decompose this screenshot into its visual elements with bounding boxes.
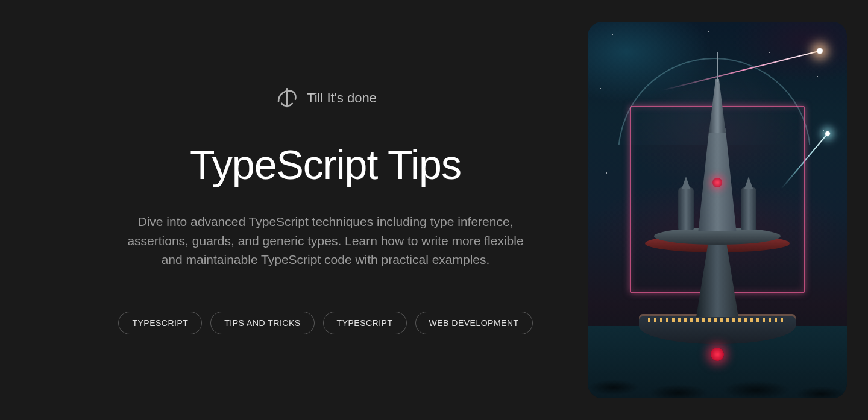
brand-name: Till It's done xyxy=(307,90,377,106)
brand-logo-icon xyxy=(274,86,300,111)
tag-list: TYPESCRIPT TIPS AND TRICKS TYPESCRIPT WE… xyxy=(118,312,532,334)
tag-tips-and-tricks[interactable]: TIPS AND TRICKS xyxy=(210,312,314,334)
hero-illustration xyxy=(588,22,847,398)
tag-typescript[interactable]: TYPESCRIPT xyxy=(118,312,202,334)
page-title: TypeScript Tips xyxy=(190,141,461,188)
page-description: Dive into advanced TypeScript techniques… xyxy=(127,212,524,269)
tag-typescript-2[interactable]: TYPESCRIPT xyxy=(323,312,407,334)
tag-web-development[interactable]: WEB DEVELOPMENT xyxy=(415,312,533,334)
brand: Till It's done xyxy=(274,86,377,111)
content-column: Till It's done TypeScript Tips Dive into… xyxy=(21,86,588,334)
